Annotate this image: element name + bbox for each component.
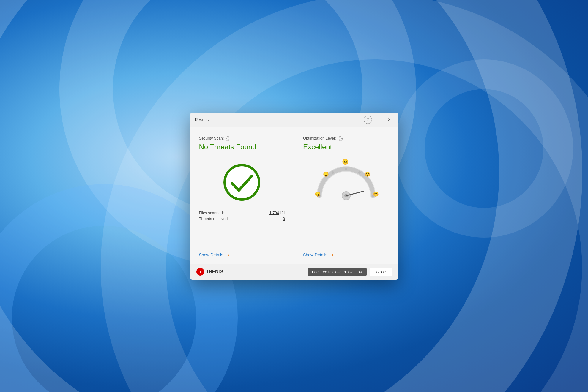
trend-logo-icon: T [196,268,204,276]
face-far-right-icon: 😊 [373,191,379,197]
trend-logo: T TREND! [196,268,223,276]
title-bar: Results ? — ✕ [190,113,398,127]
face-right-icon: 😊 [365,171,371,177]
gauge-svg [313,160,379,202]
gauge-container: 😐 😟 😊 😞 😊 [313,160,379,202]
security-show-details-link[interactable]: Show Details ➜ [199,247,285,258]
window-controls: ? — ✕ [364,116,393,124]
files-scanned-label: Files scanned: [199,211,224,215]
security-show-details-label: Show Details [199,252,223,257]
security-status: No Threats Found [199,143,285,151]
optimization-label: Optimization Level: [303,136,336,140]
check-circle-icon [223,163,261,202]
optimization-show-details-link[interactable]: Show Details ➜ [303,247,389,258]
face-far-left-icon: 😞 [315,191,321,197]
brand-text: TREND! [206,269,223,274]
threats-resolved-value: 0 [283,216,285,221]
files-info-icon[interactable]: ? [280,211,285,215]
files-scanned-row: Files scanned: 1,794 ? [199,211,285,215]
face-top-icon: 😐 [342,159,349,165]
help-button[interactable]: ? [364,116,372,124]
window-title: Results [195,117,209,122]
face-left-icon: 😟 [323,171,329,177]
minimize-button[interactable]: — [376,116,384,124]
optimization-status: Excellent [303,143,389,151]
footer-right: Feel free to close this window Close [308,268,392,276]
files-scanned-value: 1,794 [269,211,279,215]
security-show-details-arrow: ➜ [226,252,229,258]
optimization-panel: Optimization Level: ⓘ Excellent [294,127,398,264]
svg-point-6 [345,168,347,170]
gauge-area: 😐 😟 😊 😞 😊 [303,157,389,205]
dialog-overlay: Results ? — ✕ Security Scan: ⓘ No Threat… [0,0,588,392]
optimization-show-details-arrow: ➜ [330,252,334,258]
dialog-body: Security Scan: ⓘ No Threats Found Files … [190,127,398,264]
optimization-info-icon[interactable]: ⓘ [338,136,343,141]
security-info-icon[interactable]: ⓘ [226,136,230,141]
svg-point-0 [225,165,259,200]
security-panel: Security Scan: ⓘ No Threats Found Files … [190,127,294,264]
threats-resolved-row: Threats resolved: 0 [199,216,285,221]
results-dialog: Results ? — ✕ Security Scan: ⓘ No Threat… [190,113,398,280]
check-area [199,157,285,208]
optimization-show-details-label: Show Details [303,252,327,257]
svg-text:T: T [199,270,201,274]
scan-stats: Files scanned: 1,794 ? Threats resolved:… [199,211,285,222]
dialog-footer: T TREND! Feel free to close this window … [190,264,398,280]
security-scan-label: Security Scan: [199,136,224,140]
window-close-button[interactable]: ✕ [385,116,393,124]
svg-point-7 [358,171,361,174]
threats-resolved-label: Threats resolved: [199,216,229,221]
close-hint-text: Feel free to close this window [308,268,367,276]
svg-point-5 [332,171,334,174]
close-button[interactable]: Close [370,268,392,276]
